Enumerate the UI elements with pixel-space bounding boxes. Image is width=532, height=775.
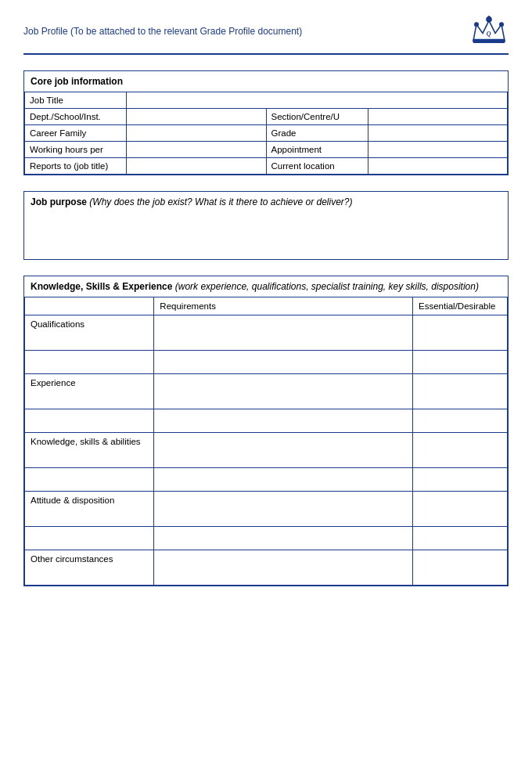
job-purpose-content[interactable] <box>24 212 508 259</box>
kse-col-requirements: Requirements <box>154 297 413 315</box>
attitude-extra-req[interactable] <box>154 527 413 550</box>
experience-extra-req[interactable] <box>154 409 413 433</box>
knowledge-extra-ess[interactable] <box>412 468 507 492</box>
working-hours-value[interactable] <box>127 142 267 158</box>
qualifications-extra-req[interactable] <box>154 351 413 374</box>
section-value[interactable] <box>368 109 508 125</box>
experience-requirements[interactable] <box>154 374 413 409</box>
table-row: Dept./School/Inst. Section/Centre/U <box>25 109 508 125</box>
job-purpose-section: Job purpose (Why does the job exist? Wha… <box>23 191 509 260</box>
page-header: Job Profile (To be attached to the relev… <box>23 16 509 55</box>
table-row: Job Title <box>25 92 508 109</box>
attitude-requirements[interactable] <box>154 492 413 527</box>
job-title-label: Job Title <box>25 92 127 109</box>
kse-col-essential: Essential/Desirable <box>412 297 507 315</box>
qualifications-requirements[interactable] <box>154 315 413 351</box>
table-row: Reports to (job title) Current location <box>25 158 508 175</box>
kse-section: Knowledge, Skills & Experience (work exp… <box>23 276 509 586</box>
knowledge-extra-label <box>25 468 154 492</box>
grade-label: Grade <box>266 125 368 142</box>
core-job-table: Job Title Dept./School/Inst. Section/Cen… <box>24 92 508 175</box>
kse-header: Knowledge, Skills & Experience (work exp… <box>24 276 508 297</box>
kse-table: Requirements Essential/Desirable Qualifi… <box>24 297 508 586</box>
svg-text:Q: Q <box>487 31 491 38</box>
svg-rect-4 <box>473 39 505 42</box>
attitude-extra-label <box>25 527 154 550</box>
attitude-essential[interactable] <box>412 492 507 527</box>
other-circumstances-essential[interactable] <box>412 550 507 586</box>
experience-label: Experience <box>25 374 154 409</box>
current-location-label: Current location <box>266 158 368 175</box>
career-family-label: Career Family <box>25 125 127 142</box>
attitude-extra-ess[interactable] <box>412 527 507 550</box>
kse-header-row: Requirements Essential/Desirable <box>25 297 508 315</box>
experience-essential[interactable] <box>412 374 507 409</box>
other-circumstances-label: Other circumstances <box>25 550 154 586</box>
job-purpose-header: Job purpose (Why does the job exist? Wha… <box>24 192 508 212</box>
core-section-header: Core job information <box>24 71 508 92</box>
experience-extra-ess[interactable] <box>412 409 507 433</box>
section-label: Section/Centre/U <box>266 109 368 125</box>
table-row <box>25 351 508 374</box>
qualifications-extra-ess[interactable] <box>412 351 507 374</box>
qualifications-extra-label <box>25 351 154 374</box>
knowledge-requirements[interactable] <box>154 433 413 468</box>
dept-label: Dept./School/Inst. <box>25 109 127 125</box>
crown-icon: Q <box>469 16 509 47</box>
job-purpose-title: Job purpose <box>31 196 87 207</box>
core-job-section: Core job information Job Title Dept./Sch… <box>23 70 509 175</box>
table-row: Career Family Grade <box>25 125 508 142</box>
working-hours-label: Working hours per <box>25 142 127 158</box>
table-row: Working hours per Appointment <box>25 142 508 158</box>
current-location-value[interactable] <box>368 158 508 175</box>
table-row: Qualifications <box>25 315 508 351</box>
core-section-title: Core job information <box>31 76 123 87</box>
qualifications-label: Qualifications <box>25 315 154 351</box>
table-row <box>25 468 508 492</box>
header-title: Job Profile (To be attached to the relev… <box>23 26 302 37</box>
grade-value[interactable] <box>368 125 508 142</box>
knowledge-essential[interactable] <box>412 433 507 468</box>
table-row: Knowledge, skills & abilities <box>25 433 508 468</box>
job-title-value[interactable] <box>127 92 508 109</box>
knowledge-extra-req[interactable] <box>154 468 413 492</box>
page: Job Profile (To be attached to the relev… <box>0 0 532 775</box>
reports-to-label: Reports to (job title) <box>25 158 127 175</box>
table-row <box>25 409 508 433</box>
job-purpose-subtitle: (Why does the job exist? What is it ther… <box>87 196 353 207</box>
kse-title: Knowledge, Skills & Experience <box>31 281 172 292</box>
qualifications-essential[interactable] <box>412 315 507 351</box>
reports-to-value[interactable] <box>127 158 267 175</box>
other-circumstances-requirements[interactable] <box>154 550 413 586</box>
appointment-value[interactable] <box>368 142 508 158</box>
career-family-value[interactable] <box>127 125 267 142</box>
appointment-label: Appointment <box>266 142 368 158</box>
table-row: Attitude & disposition <box>25 492 508 527</box>
table-row: Experience <box>25 374 508 409</box>
knowledge-label: Knowledge, skills & abilities <box>25 433 154 468</box>
experience-extra-label <box>25 409 154 433</box>
attitude-label: Attitude & disposition <box>25 492 154 527</box>
table-row: Other circumstances <box>25 550 508 586</box>
kse-col-category <box>25 297 154 315</box>
table-row <box>25 527 508 550</box>
dept-value[interactable] <box>127 109 267 125</box>
kse-subtitle: (work experience, qualifications, specia… <box>172 281 479 292</box>
